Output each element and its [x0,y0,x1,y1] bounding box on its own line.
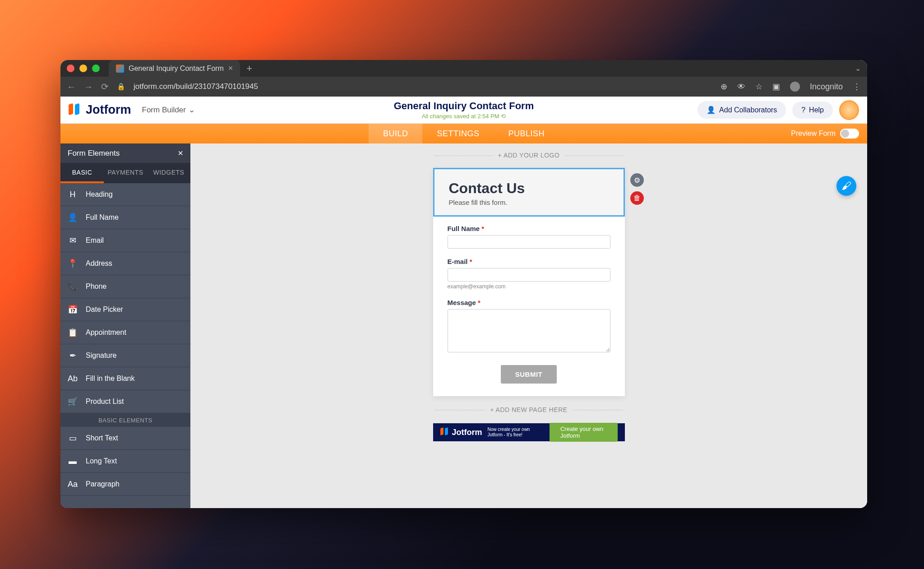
block-actions: ⚙ 🗑 [630,173,644,205]
gear-icon: ⚙ [634,176,640,185]
element-label: Phone [86,282,106,291]
element-label: Short Text [86,434,118,442]
promo-message: Now create your own Jotform - It's free! [488,427,544,438]
element-shorttext[interactable]: ▭Short Text [60,427,190,450]
logo[interactable]: Jotform [69,103,131,117]
sidebar-tabs: BASIC PAYMENTS WIDGETS [60,163,190,183]
maximize-window-button[interactable] [92,65,100,72]
field-email[interactable]: E-mail * example@example.com [448,258,610,290]
reload-button[interactable]: ⟳ [101,81,109,92]
avatar[interactable] [839,100,859,120]
tab-publish[interactable]: PUBLISH [494,124,559,143]
text-icon: Ab [68,374,78,384]
message-textarea[interactable] [448,309,610,352]
clipboard-icon: 📋 [68,328,78,338]
phone-icon: 📞 [68,282,78,291]
field-message[interactable]: Message * [448,299,610,354]
preview-form-toggle[interactable]: Preview Form [791,129,859,139]
element-phone[interactable]: 📞Phone [60,275,190,298]
bookmark-icon[interactable]: ☆ [755,82,762,92]
page-title[interactable]: General Inquiry Contact Form [394,100,534,112]
help-icon: ? [801,106,805,114]
favicon-icon [116,65,124,73]
form-builder-dropdown[interactable]: Form Builder ⌄ [142,105,195,115]
promo-logo: Jotform [440,428,482,437]
form-canvas[interactable]: + ADD YOUR LOGO Contact Us Please fill t… [190,143,867,508]
fullname-input[interactable] [448,235,610,249]
promo-logo-icon [440,428,449,437]
settings-button[interactable]: ⚙ [630,173,644,187]
element-label: Signature [86,352,117,360]
save-status: All changes saved at 2:54 PM ⟲ [394,113,534,120]
incognito-icon [790,82,800,92]
form-header-block[interactable]: Contact Us Please fill this form. ⚙ 🗑 [433,168,625,217]
pen-icon: ✒ [68,351,78,361]
browser-menu-icon[interactable]: ⋮ [853,82,861,92]
sidebar-tab-widgets[interactable]: WIDGETS [147,163,190,183]
preview-label: Preview Form [791,130,836,138]
element-fillblank[interactable]: AbFill in the Blank [60,367,190,390]
element-paragraph[interactable]: AaParagraph [60,473,190,496]
element-category: BASIC ELEMENTS [60,413,190,427]
chevron-down-icon: ⌄ [189,105,195,115]
forward-button[interactable]: → [84,82,93,92]
field-label: E-mail * [448,258,610,265]
logo-text: Jotform [86,103,131,117]
tab-list-button[interactable]: ⌄ [855,64,861,73]
heading-icon: H [68,190,78,199]
trash-icon: 🗑 [633,194,641,202]
search-icon[interactable]: ⊕ [721,82,727,92]
element-list[interactable]: HHeading 👤Full Name ✉Email 📍Address 📞Pho… [60,183,190,508]
url-text[interactable]: jotform.com/build/231073470101945 [134,82,258,91]
promo-cta-button[interactable]: Create your own Jotform [550,423,618,442]
field-fullname[interactable]: Full Name * [448,225,610,249]
form-designer-button[interactable]: 🖌 [836,176,856,196]
help-button[interactable]: ? Help [792,102,833,119]
form-heading[interactable]: Contact Us [449,180,609,197]
form-card: Contact Us Please fill this form. ⚙ 🗑 Fu… [433,168,625,396]
element-datepicker[interactable]: 📅Date Picker [60,298,190,321]
delete-button[interactable]: 🗑 [630,191,644,205]
toggle-switch[interactable] [840,129,859,139]
submit-button[interactable]: SUBMIT [501,365,557,384]
sidebar-tab-payments[interactable]: PAYMENTS [104,163,147,183]
close-window-button[interactable] [67,65,74,72]
add-logo-button[interactable]: + ADD YOUR LOGO [498,152,560,159]
email-input[interactable] [448,268,610,282]
main-tabs: BUILD SETTINGS PUBLISH Preview Form [60,124,867,143]
element-fullname[interactable]: 👤Full Name [60,206,190,229]
element-appointment[interactable]: 📋Appointment [60,321,190,344]
minimize-window-button[interactable] [79,65,87,72]
eye-off-icon[interactable]: 👁 [737,82,745,92]
add-collaborators-button[interactable]: 👤 Add Collaborators [698,101,786,119]
element-heading[interactable]: HHeading [60,183,190,206]
add-page-button[interactable]: + ADD NEW PAGE HERE [490,406,567,413]
extensions-icon[interactable]: ▣ [772,82,780,92]
lock-icon[interactable]: 🔒 [117,83,125,91]
tab-build[interactable]: BUILD [369,124,423,143]
sidebar-tab-basic[interactable]: BASIC [60,163,104,183]
sidebar-title: Form Elements [68,149,120,158]
longtext-icon: ▬ [68,456,78,466]
tab-close-icon[interactable]: × [228,64,233,73]
element-productlist[interactable]: 🛒Product List [60,390,190,413]
traffic-lights [67,65,100,72]
new-tab-button[interactable]: + [246,63,252,74]
element-signature[interactable]: ✒Signature [60,344,190,367]
form-subheading[interactable]: Please fill this form. [449,199,609,206]
element-address[interactable]: 📍Address [60,252,190,275]
back-button[interactable]: ← [67,82,76,92]
element-label: Address [86,259,112,268]
element-longtext[interactable]: ▬Long Text [60,450,190,473]
element-label: Email [86,236,104,245]
element-email[interactable]: ✉Email [60,229,190,252]
element-label: Fill in the Blank [86,375,135,383]
element-label: Date Picker [86,305,123,314]
logo-mark-icon [69,104,81,116]
close-icon[interactable]: × [178,148,183,158]
browser-tab[interactable]: General Inquiry Contact Form × [109,60,240,77]
promo-banner: Jotform Now create your own Jotform - It… [433,423,625,441]
element-label: Paragraph [86,480,120,488]
tab-settings[interactable]: SETTINGS [422,124,494,143]
person-add-icon: 👤 [707,106,716,114]
